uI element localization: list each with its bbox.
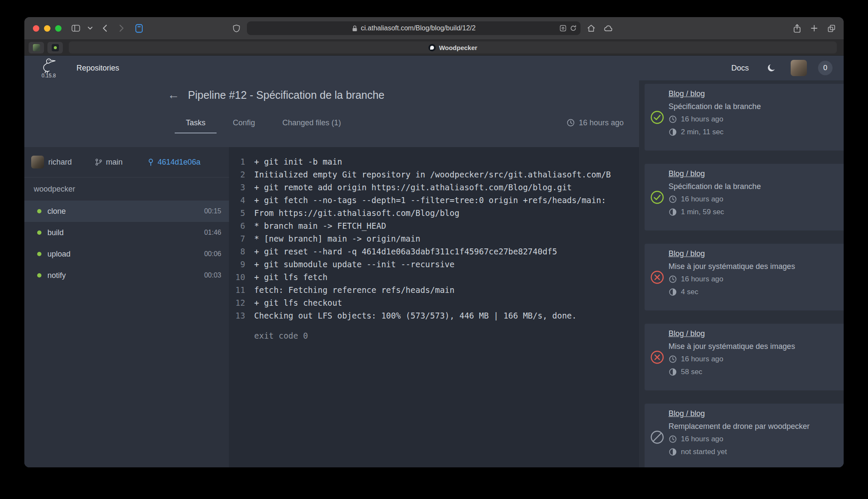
nav-docs[interactable]: Docs [731,64,749,73]
build-duration-text: 1 min, 59 sec [681,208,724,216]
console-line-number: 13 [229,309,245,322]
website-settings-icon[interactable] [560,25,566,32]
close-window-button[interactable] [33,25,39,32]
reader-icon[interactable] [132,22,145,35]
url-text: ci.athaliasoft.com/Blog/blog/build/12/2 [361,24,476,32]
console-line-number: 11 [229,283,245,296]
console-line-text: + git reset --hard -q 4614d1e06a3dabf311… [254,245,557,258]
woodpecker-app: 0.15.8 Repositories Docs 0 ← Pipeline #1… [24,56,844,467]
back-button[interactable] [98,22,111,35]
build-time-text: 16 hours ago [681,115,723,124]
build-time: 16 hours ago [669,273,844,286]
console-output[interactable]: 1 + git init -b main 2 Initialized empty… [229,147,639,467]
branch-info: main [95,158,123,167]
commit-hash: 4614d1e06a [158,158,200,167]
build-duration-text: not started yet [681,448,727,456]
build-card[interactable]: Blog / blog Mise à jour systématique des… [645,244,844,310]
sidebar-toggle-icon[interactable] [69,22,82,35]
step-row[interactable]: clone 00:15 [24,201,229,222]
console-line-text: + git lfs fetch [254,271,328,283]
build-message: Mise à jour systématique des images [669,260,844,273]
build-card[interactable]: Blog / blog Spécification de la branche … [645,164,844,230]
build-message: Spécification de la branche [669,180,844,193]
step-name: upload [47,250,70,259]
duration-icon [669,448,677,456]
console-line: 2 Initialized empty Git repository in /w… [229,168,630,181]
console-line: 3 + git remote add origin https://git.at… [229,181,630,194]
commit-link[interactable]: 4614d1e06a [147,158,200,167]
console-line-text: * branch main -> FETCH_HEAD [254,219,386,232]
build-card[interactable]: Blog / blog Remplacement de drone par wo… [645,404,844,467]
console-line-text: + git remote add origin https://git.atha… [254,181,572,194]
pipeline-tab[interactable]: Config [222,113,266,133]
build-time: 16 hours ago [669,353,844,366]
branch-name: main [106,158,123,167]
clock-icon [669,435,677,443]
build-repo-link[interactable]: Blog / blog [669,407,705,420]
build-repo-link[interactable]: Blog / blog [669,87,705,100]
console-line: 7 * [new branch] main -> origin/main [229,232,630,245]
minimize-window-button[interactable] [44,25,50,32]
forward-button[interactable] [115,22,128,35]
console-line: 1 + git init -b main [229,155,630,168]
icloud-tabs-icon[interactable] [602,22,615,35]
pipeline-tab[interactable]: Changed files (1) [271,113,352,133]
build-status [645,247,669,307]
console-line-text: + git fetch --no-tags --depth=1 --filter… [254,194,606,207]
skipped-icon [650,430,664,444]
pipeline-title: Pipeline #12 - Spécification de la branc… [188,89,384,101]
pipeline-tab-label: Tasks [186,118,205,127]
commit-meta-row: richard main 4614d1e06a [24,147,229,177]
dark-mode-toggle-icon[interactable] [767,63,776,73]
new-tab-button[interactable] [808,22,821,35]
console-line-text: + git submodule update --init --recursiv… [254,258,455,271]
exit-code: exit code 0 [229,329,630,342]
browser-toolbar: ci.athaliasoft.com/Blog/blog/build/12/2 [24,17,844,40]
woodpecker-logo[interactable]: 0.15.8 [35,58,62,79]
commit-icon [147,158,154,166]
home-button[interactable] [585,22,598,35]
nav-repositories[interactable]: Repositories [76,64,119,73]
step-row[interactable]: upload 00:06 [24,243,229,265]
build-repo-link[interactable]: Blog / blog [669,167,705,180]
failure-icon [650,350,664,364]
privacy-shield-icon[interactable] [230,22,243,35]
back-arrow-icon[interactable]: ← [167,89,179,101]
build-repo-link[interactable]: Blog / blog [669,327,705,340]
duration-icon [669,288,677,296]
step-duration: 00:03 [204,272,221,279]
build-status [645,327,669,387]
step-duration: 01:46 [204,229,221,236]
reload-icon[interactable] [570,25,577,32]
build-message: Spécification de la branche [669,100,844,113]
console-line-number: 7 [229,232,245,245]
tab-overview-button[interactable] [825,22,838,35]
share-button[interactable] [791,22,803,35]
steps-panel: richard main 4614d1e06a woodp [24,147,229,467]
notifications-badge[interactable]: 0 [818,61,833,75]
step-name: clone [47,207,66,216]
console-line-number: 6 [229,219,245,232]
pinned-tab-2[interactable] [47,42,63,53]
console-line: 4 + git fetch --no-tags --depth=1 --filt… [229,194,630,207]
zoom-window-button[interactable] [55,25,62,32]
build-repo-link[interactable]: Blog / blog [669,247,705,260]
active-tab[interactable]: Woodpecker [69,41,837,53]
workflow-label: woodpecker [24,177,229,201]
pipeline-tab[interactable]: Tasks [175,113,217,133]
build-time: 16 hours ago [669,113,844,126]
console-line-number: 4 [229,194,245,207]
build-duration: 2 min, 11 sec [669,126,844,139]
build-message: Remplacement de drone par woodpecker [669,420,844,433]
build-card[interactable]: Blog / blog Mise à jour systématique des… [645,324,844,390]
console-line-number: 9 [229,258,245,271]
pipeline-tabs: Tasks Config Changed files (1) 16 hours … [24,109,639,147]
step-row[interactable]: build 01:46 [24,222,229,243]
build-card[interactable]: Blog / blog Spécification de la branche … [645,84,844,151]
chevron-down-icon[interactable] [86,22,94,35]
pinned-tab-1[interactable] [29,42,44,53]
step-status-dot [37,209,41,213]
user-avatar[interactable] [791,60,807,76]
step-row[interactable]: notify 00:03 [24,265,229,286]
address-bar[interactable]: ci.athaliasoft.com/Blog/blog/build/12/2 [247,21,581,35]
